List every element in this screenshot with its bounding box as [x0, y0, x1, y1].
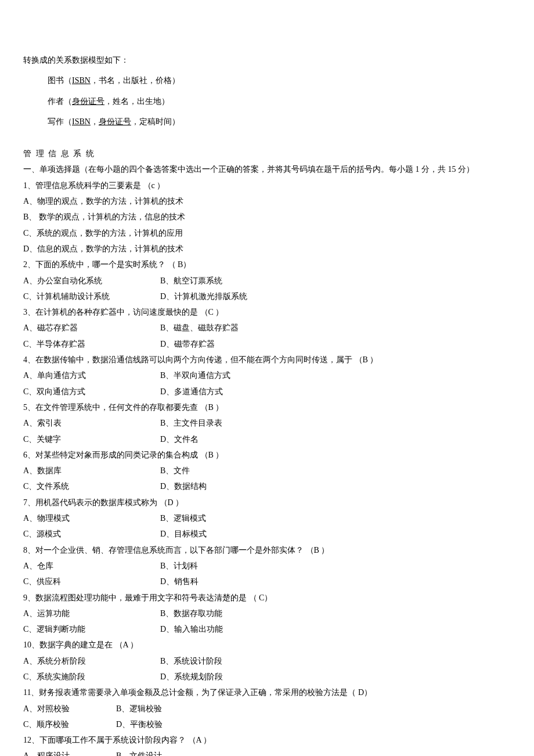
- q3-c: C、半导体存贮器: [23, 336, 160, 352]
- text: 作者（: [48, 97, 72, 106]
- q8-c: C、供应科: [23, 574, 160, 589]
- q8-stem: 8、对一个企业供、销、存管理信息系统而言，以下各部门哪一个是外部实体？ （B ）: [23, 542, 511, 558]
- q4-a: A、单向通信方式: [23, 368, 160, 383]
- underline-isbn: ISBN: [72, 76, 91, 85]
- q3-row-cd: C、半导体存贮器D、磁带存贮器: [23, 336, 511, 352]
- text: ，姓名，出生地）: [104, 97, 169, 106]
- q6-row-ab: A、数据库B、文件: [23, 463, 511, 478]
- q6-d: D、数据结构: [160, 478, 207, 494]
- model-book: 图书（ISBN，书名，出版社，价格）: [23, 73, 511, 88]
- q8-b: B、计划科: [160, 558, 198, 574]
- q6-row-cd: C、文件系统D、数据结构: [23, 478, 511, 494]
- q7-stem: 7、用机器代码表示的数据库模式称为 （D ）: [23, 495, 511, 510]
- text: ，书名，出版社，价格）: [91, 76, 180, 85]
- q11-a: A、对照校验: [23, 701, 116, 717]
- q10-d: D、系统规划阶段: [160, 669, 223, 685]
- q11-d: D、平衡校验: [116, 717, 163, 732]
- q1-b: B、 数学的观点，计算机的方法，信息的技术: [23, 209, 511, 225]
- q7-d: D、目标模式: [160, 526, 207, 542]
- q3-a: A、磁芯存贮器: [23, 320, 160, 336]
- q10-stem: 10、数据字典的建立是在 （A ）: [23, 637, 511, 653]
- q5-stem: 5、在文件管理系统中，任何文件的存取都要先查 （B ）: [23, 399, 511, 415]
- q4-row-ab: A、单向通信方式B、半双向通信方式: [23, 368, 511, 383]
- q6-stem: 6、对某些特定对象而形成的同类记录的集合构成 （B ）: [23, 447, 511, 463]
- q11-row-cd: C、顺序校验D、平衡校验: [23, 717, 511, 732]
- q4-c: C、双向通信方式: [23, 384, 160, 399]
- text: ，: [91, 117, 99, 126]
- q12-row-ab: A、程序设计B、文件设计: [23, 748, 511, 756]
- q12-b: B、文件设计: [116, 748, 162, 756]
- q5-row-cd: C、关键字D、文件名: [23, 431, 511, 447]
- q3-d: D、磁带存贮器: [160, 336, 215, 352]
- q4-d: D、多道通信方式: [160, 384, 223, 399]
- q1-c: C、系统的观点，数学的方法，计算机的应用: [23, 225, 511, 241]
- underline-id: 身份证号: [99, 117, 131, 126]
- q8-d: D、销售科: [160, 574, 199, 589]
- q7-b: B、逻辑模式: [160, 510, 206, 526]
- q12-stem: 12、下面哪项工作不属于系统设计阶段内容？ （A ）: [23, 732, 511, 748]
- q5-b: B、主文件目录表: [160, 415, 222, 431]
- text: 写作（: [48, 117, 72, 126]
- q5-c: C、关键字: [23, 431, 160, 447]
- text: 图书（: [48, 76, 72, 85]
- q3-row-ab: A、磁芯存贮器B、磁盘、磁鼓存贮器: [23, 320, 511, 336]
- q2-c: C、计算机辅助设计系统: [23, 289, 160, 304]
- exam-title: 管 理 信 息 系 统: [23, 146, 511, 161]
- model-write: 写作（ISBN，身份证号，定稿时间）: [23, 114, 511, 129]
- underline-id: 身份证号: [72, 97, 104, 106]
- q1-d: D、信息的观点，数学的方法，计算机的技术: [23, 241, 511, 257]
- q6-a: A、数据库: [23, 463, 160, 478]
- q9-d: D、输入输出功能: [160, 621, 223, 637]
- q7-c: C、源模式: [23, 526, 160, 542]
- q2-b: B、航空订票系统: [160, 273, 222, 289]
- q8-row-ab: A、仓库B、计划科: [23, 558, 511, 574]
- q10-b: B、系统设计阶段: [160, 653, 222, 669]
- q5-d: D、文件名: [160, 431, 199, 447]
- q11-row-ab: A、对照校验B、逻辑校验: [23, 701, 511, 717]
- q5-row-ab: A、索引表B、主文件目录表: [23, 415, 511, 431]
- q4-row-cd: C、双向通信方式D、多道通信方式: [23, 384, 511, 399]
- q1-a: A、物理的观点，数学的方法，计算机的技术: [23, 193, 511, 209]
- q9-row-cd: C、逻辑判断功能D、输入输出功能: [23, 621, 511, 637]
- q9-c: C、逻辑判断功能: [23, 621, 160, 637]
- underline-isbn: ISBN: [72, 117, 91, 126]
- q2-d: D、计算机激光排版系统: [160, 289, 247, 304]
- q10-c: C、系统实施阶段: [23, 669, 160, 685]
- q9-stem: 9、数据流程图处理功能中，最难于用文字和符号表达清楚的是 （ C）: [23, 590, 511, 606]
- q11-b: B、逻辑校验: [116, 701, 162, 717]
- q3-b: B、磁盘、磁鼓存贮器: [160, 320, 239, 336]
- q2-row-ab: A、办公室自动化系统B、航空订票系统: [23, 273, 511, 289]
- q1-stem: 1、管理信息系统科学的三要素是 （c ）: [23, 178, 511, 193]
- q10-row-ab: A、系统分析阶段B、系统设计阶段: [23, 653, 511, 669]
- q4-b: B、半双向通信方式: [160, 368, 230, 383]
- q3-stem: 3、在计算机的各种存贮器中，访问速度最快的是 （C ）: [23, 304, 511, 320]
- model-author: 作者（身份证号，姓名，出生地）: [23, 93, 511, 109]
- q7-row-ab: A、物理模式B、逻辑模式: [23, 510, 511, 526]
- intro-line: 转换成的关系数据模型如下：: [23, 52, 511, 68]
- q11-c: C、顺序校验: [23, 717, 116, 732]
- q9-a: A、运算功能: [23, 606, 160, 621]
- q12-a: A、程序设计: [23, 748, 116, 756]
- text: ，定稿时间）: [131, 117, 180, 126]
- q11-stem: 11、财务报表通常需要录入单项金额及总计金额，为了保证录入正确，常采用的校验方法…: [23, 685, 511, 700]
- q10-row-cd: C、系统实施阶段D、系统规划阶段: [23, 669, 511, 685]
- q8-row-cd: C、供应科D、销售科: [23, 574, 511, 589]
- q6-b: B、文件: [160, 463, 190, 478]
- q10-a: A、系统分析阶段: [23, 653, 160, 669]
- q2-stem: 2、下面的系统中，哪一个是实时系统？ （ B）: [23, 257, 511, 272]
- section-heading: 一、单项选择题（在每小题的四个备选答案中选出一个正确的答案，并将其号码填在题干后…: [23, 161, 511, 177]
- q4-stem: 4、在数据传输中，数据沿通信线路可以向两个方向传递，但不能在两个方向同时传送，属…: [23, 352, 511, 368]
- q8-a: A、仓库: [23, 558, 160, 574]
- q7-a: A、物理模式: [23, 510, 160, 526]
- q9-row-ab: A、运算功能B、数据存取功能: [23, 606, 511, 621]
- q9-b: B、数据存取功能: [160, 606, 222, 621]
- q5-a: A、索引表: [23, 415, 160, 431]
- q2-a: A、办公室自动化系统: [23, 273, 160, 289]
- q7-row-cd: C、源模式D、目标模式: [23, 526, 511, 542]
- q6-c: C、文件系统: [23, 478, 160, 494]
- q2-row-cd: C、计算机辅助设计系统D、计算机激光排版系统: [23, 289, 511, 304]
